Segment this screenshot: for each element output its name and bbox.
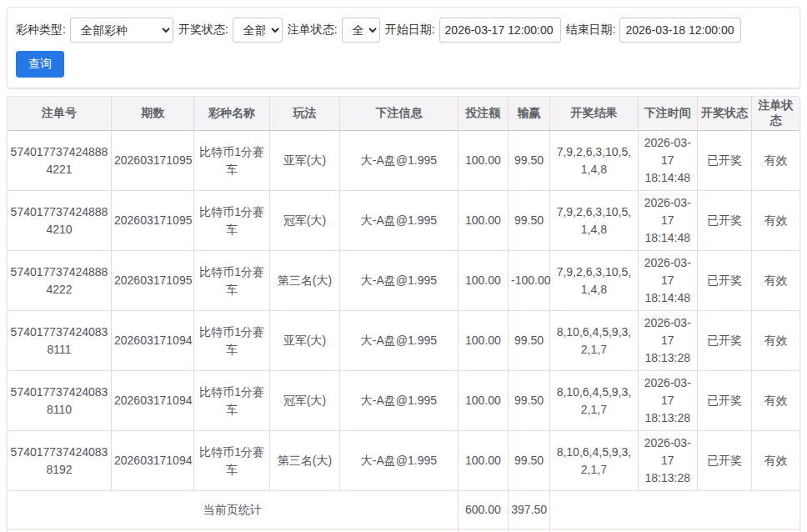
cell-draw-result: 7,9,2,6,3,10,5,1,4,8 xyxy=(550,251,638,311)
start-date-label: 开始日期: xyxy=(385,23,435,38)
col-header-bet-info: 下注信息 xyxy=(340,97,459,131)
col-header-bet-amount: 投注额 xyxy=(458,97,508,131)
cell-bet-time: 2026-03-17 18:13:28 xyxy=(638,371,697,431)
cell-play-type: 亚军(大) xyxy=(269,311,339,371)
cell-win-loss: -100.00 xyxy=(508,251,549,311)
total-summary-empty xyxy=(550,529,799,532)
cell-play-type: 第三名(大) xyxy=(269,251,339,311)
cell-draw-status: 已开奖 xyxy=(697,431,751,491)
table-header-row: 注单号 期数 彩种名称 玩法 下注信息 投注额 输赢 开奖结果 下注时间 开奖状… xyxy=(8,97,799,131)
cell-draw-result: 8,10,6,4,5,9,3,2,1,7 xyxy=(550,371,638,431)
cell-bet-time: 2026-03-17 18:14:48 xyxy=(638,251,697,311)
cell-period: 202603171094 xyxy=(112,431,194,491)
cell-order-no: 5740177374240838111 xyxy=(8,311,112,371)
cell-draw-status: 已开奖 xyxy=(697,371,751,431)
cell-period: 202603171094 xyxy=(112,311,194,371)
cell-draw-result: 7,9,2,6,3,10,5,1,4,8 xyxy=(550,191,638,251)
current-page-summary-bet-amount: 600.00 xyxy=(458,491,508,529)
current-page-summary-empty xyxy=(550,491,799,529)
order-status-label: 注单状态: xyxy=(288,23,338,38)
lottery-type-select[interactable]: 全部彩种 xyxy=(70,18,173,43)
cell-win-loss: 99.50 xyxy=(508,431,549,491)
cell-win-loss: 99.50 xyxy=(508,131,549,191)
cell-play-type: 第三名(大) xyxy=(269,431,339,491)
cell-draw-result: 8,10,6,4,5,9,3,2,1,7 xyxy=(550,431,638,491)
cell-bet-info: 大-A盘@1.995 xyxy=(340,371,459,431)
cell-win-loss: 99.50 xyxy=(508,371,549,431)
cell-bet-info: 大-A盘@1.995 xyxy=(340,431,459,491)
cell-order-no: 5740177374240838110 xyxy=(8,371,112,431)
col-header-draw-status: 开奖状态 xyxy=(697,97,751,131)
query-button[interactable]: 查询 xyxy=(16,51,64,78)
cell-order-status: 有效 xyxy=(752,191,799,251)
cell-bet-amount: 100.00 xyxy=(458,251,508,311)
cell-order-status: 有效 xyxy=(752,131,799,191)
cell-period: 202603171094 xyxy=(112,371,194,431)
cell-play-type: 冠军(大) xyxy=(269,191,339,251)
cell-play-type: 冠军(大) xyxy=(269,371,339,431)
cell-draw-status: 已开奖 xyxy=(697,191,751,251)
cell-bet-info: 大-A盘@1.995 xyxy=(340,311,459,371)
cell-draw-status: 已开奖 xyxy=(697,131,751,191)
table-row: 5740177374248884222 202603171095 比特币1分赛车… xyxy=(8,251,799,311)
cell-bet-info: 大-A盘@1.995 xyxy=(340,251,459,311)
cell-order-status: 有效 xyxy=(752,431,799,491)
cell-bet-amount: 100.00 xyxy=(458,311,508,371)
draw-status-label: 开奖状态: xyxy=(178,23,228,38)
col-header-bet-time: 下注时间 xyxy=(638,97,697,131)
cell-order-no: 5740177374248884210 xyxy=(8,191,112,251)
cell-period: 202603171095 xyxy=(112,131,194,191)
cell-bet-time: 2026-03-17 18:13:28 xyxy=(638,431,697,491)
cell-draw-status: 已开奖 xyxy=(697,251,751,311)
col-header-draw-result: 开奖结果 xyxy=(550,97,638,131)
col-header-win-loss: 输赢 xyxy=(508,97,549,131)
col-header-period: 期数 xyxy=(112,97,194,131)
cell-lottery-name: 比特币1分赛车 xyxy=(194,131,269,191)
cell-lottery-name: 比特币1分赛车 xyxy=(194,251,269,311)
cell-lottery-name: 比特币1分赛车 xyxy=(194,431,269,491)
cell-order-status: 有效 xyxy=(752,251,799,311)
cell-bet-time: 2026-03-17 18:13:28 xyxy=(638,311,697,371)
total-summary-row: 总统计 600.00 397.50 xyxy=(8,529,799,532)
start-date-input[interactable] xyxy=(439,18,561,43)
end-date-label: 结束日期: xyxy=(566,23,616,38)
table-row: 5740177374240838111 202603171094 比特币1分赛车… xyxy=(8,311,799,371)
cell-order-no: 5740177374240838192 xyxy=(8,431,112,491)
cell-order-no: 5740177374248884222 xyxy=(8,251,112,311)
cell-period: 202603171095 xyxy=(112,191,194,251)
col-header-order-no: 注单号 xyxy=(8,97,112,131)
table-row: 5740177374248884221 202603171095 比特币1分赛车… xyxy=(8,131,799,191)
bet-records-table: 注单号 期数 彩种名称 玩法 下注信息 投注额 输赢 开奖结果 下注时间 开奖状… xyxy=(8,97,799,532)
table-row: 5740177374248884210 202603171095 比特币1分赛车… xyxy=(8,191,799,251)
filter-panel: 彩种类型: 全部彩种 开奖状态: 全部 注单状态: 全部 开始日期: 结束日期:… xyxy=(7,7,800,88)
end-date-input[interactable] xyxy=(619,18,741,43)
bet-records-table-panel: 注单号 期数 彩种名称 玩法 下注信息 投注额 输赢 开奖结果 下注时间 开奖状… xyxy=(7,96,800,532)
table-row: 5740177374240838192 202603171094 比特币1分赛车… xyxy=(8,431,799,491)
cell-draw-status: 已开奖 xyxy=(697,311,751,371)
total-summary-win-loss: 397.50 xyxy=(508,529,549,532)
cell-period: 202603171095 xyxy=(112,251,194,311)
lottery-type-label: 彩种类型: xyxy=(16,23,66,38)
cell-bet-time: 2026-03-17 18:14:48 xyxy=(638,131,697,191)
total-summary-label: 总统计 xyxy=(8,529,458,532)
draw-status-select[interactable]: 全部 xyxy=(233,18,283,43)
order-status-select[interactable]: 全部 xyxy=(342,18,380,43)
cell-bet-time: 2026-03-17 18:14:48 xyxy=(638,191,697,251)
cell-play-type: 亚军(大) xyxy=(269,131,339,191)
cell-bet-amount: 100.00 xyxy=(458,191,508,251)
cell-draw-result: 7,9,2,6,3,10,5,1,4,8 xyxy=(550,131,638,191)
table-row: 5740177374240838110 202603171094 比特币1分赛车… xyxy=(8,371,799,431)
col-header-lottery-name: 彩种名称 xyxy=(194,97,269,131)
cell-lottery-name: 比特币1分赛车 xyxy=(194,311,269,371)
total-summary-bet-amount: 600.00 xyxy=(458,529,508,532)
cell-bet-info: 大-A盘@1.995 xyxy=(340,191,459,251)
current-page-summary-win-loss: 397.50 xyxy=(508,491,549,529)
cell-lottery-name: 比特币1分赛车 xyxy=(194,371,269,431)
cell-bet-amount: 100.00 xyxy=(458,131,508,191)
cell-order-status: 有效 xyxy=(752,371,799,431)
cell-order-no: 5740177374248884221 xyxy=(8,131,112,191)
current-page-summary-row: 当前页统计 600.00 397.50 xyxy=(8,491,799,529)
current-page-summary-label: 当前页统计 xyxy=(8,491,458,529)
cell-win-loss: 99.50 xyxy=(508,311,549,371)
cell-bet-amount: 100.00 xyxy=(458,371,508,431)
